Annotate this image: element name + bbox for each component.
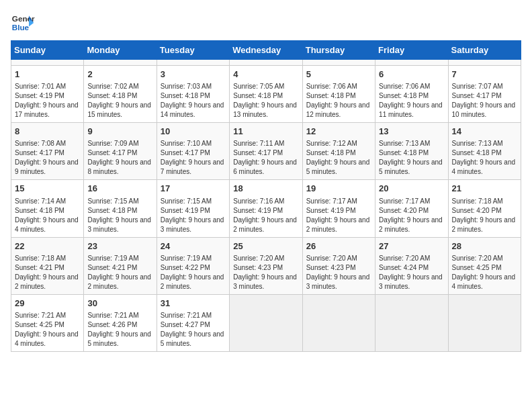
day-cell: 3 Sunrise: 7:03 AM Sunset: 4:18 PM Dayli…	[157, 66, 229, 123]
day-cell	[375, 60, 448, 66]
day-number: 1	[15, 68, 80, 81]
day-cell: 1 Sunrise: 7:01 AM Sunset: 4:19 PM Dayli…	[11, 66, 84, 123]
day-cell: 19 Sunrise: 7:17 AM Sunset: 4:19 PM Dayl…	[302, 180, 375, 237]
day-cell: 30 Sunrise: 7:21 AM Sunset: 4:26 PM Dayl…	[84, 294, 157, 351]
day-info: Sunrise: 7:17 AM Sunset: 4:20 PM Dayligh…	[379, 197, 444, 234]
day-info: Sunrise: 7:21 AM Sunset: 4:25 PM Dayligh…	[15, 311, 80, 349]
day-info: Sunrise: 7:07 AM Sunset: 4:17 PM Dayligh…	[452, 82, 517, 120]
day-number: 26	[306, 240, 371, 253]
day-number: 12	[306, 126, 371, 138]
day-number: 27	[379, 240, 444, 253]
day-number: 28	[452, 240, 517, 253]
logo-icon: General Blue	[11, 11, 35, 35]
day-cell: 13 Sunrise: 7:13 AM Sunset: 4:18 PM Dayl…	[375, 123, 448, 180]
day-info: Sunrise: 7:19 AM Sunset: 4:22 PM Dayligh…	[161, 254, 226, 291]
day-info: Sunrise: 7:15 AM Sunset: 4:19 PM Dayligh…	[161, 197, 226, 234]
day-info: Sunrise: 7:20 AM Sunset: 4:23 PM Dayligh…	[233, 254, 298, 291]
day-number: 24	[161, 240, 226, 253]
column-header-wednesday: Wednesday	[230, 41, 302, 60]
day-info: Sunrise: 7:18 AM Sunset: 4:20 PM Dayligh…	[452, 197, 517, 234]
day-cell: 23 Sunrise: 7:19 AM Sunset: 4:21 PM Dayl…	[84, 237, 157, 294]
day-cell: 22 Sunrise: 7:18 AM Sunset: 4:21 PM Dayl…	[11, 237, 84, 294]
day-cell	[11, 60, 84, 66]
day-info: Sunrise: 7:03 AM Sunset: 4:18 PM Dayligh…	[161, 82, 226, 120]
day-number: 7	[452, 68, 517, 81]
day-cell	[375, 294, 448, 351]
day-cell: 11 Sunrise: 7:11 AM Sunset: 4:17 PM Dayl…	[230, 123, 302, 180]
day-cell: 28 Sunrise: 7:20 AM Sunset: 4:25 PM Dayl…	[448, 237, 521, 294]
day-cell: 6 Sunrise: 7:06 AM Sunset: 4:18 PM Dayli…	[375, 66, 448, 123]
day-cell	[302, 294, 375, 351]
day-number: 20	[379, 183, 444, 195]
day-number: 31	[161, 298, 226, 310]
week-row-6: 29 Sunrise: 7:21 AM Sunset: 4:25 PM Dayl…	[11, 294, 521, 351]
day-number: 8	[15, 126, 80, 138]
day-cell: 10 Sunrise: 7:10 AM Sunset: 4:17 PM Dayl…	[157, 123, 229, 180]
week-row-4: 15 Sunrise: 7:14 AM Sunset: 4:18 PM Dayl…	[11, 180, 521, 237]
day-number: 11	[233, 126, 298, 138]
day-cell	[302, 60, 375, 66]
day-cell: 25 Sunrise: 7:20 AM Sunset: 4:23 PM Dayl…	[230, 237, 302, 294]
day-cell	[448, 294, 521, 351]
day-info: Sunrise: 7:16 AM Sunset: 4:19 PM Dayligh…	[233, 197, 298, 234]
day-cell: 18 Sunrise: 7:16 AM Sunset: 4:19 PM Dayl…	[230, 180, 302, 237]
day-number: 16	[87, 183, 152, 195]
day-info: Sunrise: 7:21 AM Sunset: 4:27 PM Dayligh…	[161, 311, 226, 349]
day-cell: 29 Sunrise: 7:21 AM Sunset: 4:25 PM Dayl…	[11, 294, 84, 351]
day-info: Sunrise: 7:08 AM Sunset: 4:17 PM Dayligh…	[15, 139, 80, 177]
day-number: 15	[15, 183, 80, 195]
column-header-friday: Friday	[375, 41, 448, 60]
day-info: Sunrise: 7:01 AM Sunset: 4:19 PM Dayligh…	[15, 82, 80, 120]
day-info: Sunrise: 7:06 AM Sunset: 4:18 PM Dayligh…	[379, 82, 444, 120]
day-number: 18	[233, 183, 298, 195]
day-cell: 27 Sunrise: 7:20 AM Sunset: 4:24 PM Dayl…	[375, 237, 448, 294]
day-cell	[84, 60, 157, 66]
calendar-table: SundayMondayTuesdayWednesdayThursdayFrid…	[11, 40, 521, 352]
day-info: Sunrise: 7:19 AM Sunset: 4:21 PM Dayligh…	[87, 254, 152, 291]
day-number: 30	[87, 298, 152, 310]
day-number: 21	[452, 183, 517, 195]
day-info: Sunrise: 7:02 AM Sunset: 4:18 PM Dayligh…	[87, 82, 152, 120]
day-cell: 12 Sunrise: 7:12 AM Sunset: 4:18 PM Dayl…	[302, 123, 375, 180]
day-cell: 26 Sunrise: 7:20 AM Sunset: 4:23 PM Dayl…	[302, 237, 375, 294]
day-number: 10	[161, 126, 226, 138]
day-number: 5	[306, 68, 371, 81]
column-header-monday: Monday	[84, 41, 157, 60]
day-info: Sunrise: 7:11 AM Sunset: 4:17 PM Dayligh…	[233, 139, 298, 177]
day-info: Sunrise: 7:13 AM Sunset: 4:18 PM Dayligh…	[379, 139, 444, 177]
day-info: Sunrise: 7:13 AM Sunset: 4:18 PM Dayligh…	[452, 139, 517, 177]
day-info: Sunrise: 7:21 AM Sunset: 4:26 PM Dayligh…	[87, 311, 152, 349]
day-info: Sunrise: 7:05 AM Sunset: 4:18 PM Dayligh…	[233, 82, 298, 120]
day-info: Sunrise: 7:20 AM Sunset: 4:23 PM Dayligh…	[306, 254, 371, 291]
day-number: 4	[233, 68, 298, 81]
logo: General Blue	[11, 11, 35, 35]
day-cell: 7 Sunrise: 7:07 AM Sunset: 4:17 PM Dayli…	[448, 66, 521, 123]
day-info: Sunrise: 7:09 AM Sunset: 4:17 PM Dayligh…	[87, 139, 152, 177]
day-cell	[448, 60, 521, 66]
day-cell: 17 Sunrise: 7:15 AM Sunset: 4:19 PM Dayl…	[157, 180, 229, 237]
day-cell: 31 Sunrise: 7:21 AM Sunset: 4:27 PM Dayl…	[157, 294, 229, 351]
day-cell: 20 Sunrise: 7:17 AM Sunset: 4:20 PM Dayl…	[375, 180, 448, 237]
column-header-saturday: Saturday	[448, 41, 521, 60]
day-info: Sunrise: 7:14 AM Sunset: 4:18 PM Dayligh…	[15, 197, 80, 234]
page-header: General Blue	[11, 11, 521, 35]
day-info: Sunrise: 7:17 AM Sunset: 4:19 PM Dayligh…	[306, 197, 371, 234]
week-row-5: 22 Sunrise: 7:18 AM Sunset: 4:21 PM Dayl…	[11, 237, 521, 294]
day-number: 29	[15, 298, 80, 310]
week-row-1	[11, 60, 521, 66]
day-info: Sunrise: 7:06 AM Sunset: 4:18 PM Dayligh…	[306, 82, 371, 120]
day-number: 19	[306, 183, 371, 195]
day-info: Sunrise: 7:15 AM Sunset: 4:18 PM Dayligh…	[87, 197, 152, 234]
day-number: 25	[233, 240, 298, 253]
day-cell: 2 Sunrise: 7:02 AM Sunset: 4:18 PM Dayli…	[84, 66, 157, 123]
day-cell: 21 Sunrise: 7:18 AM Sunset: 4:20 PM Dayl…	[448, 180, 521, 237]
day-info: Sunrise: 7:10 AM Sunset: 4:17 PM Dayligh…	[161, 139, 226, 177]
day-number: 23	[87, 240, 152, 253]
day-number: 6	[379, 68, 444, 81]
day-number: 22	[15, 240, 80, 253]
day-info: Sunrise: 7:20 AM Sunset: 4:24 PM Dayligh…	[379, 254, 444, 291]
column-header-tuesday: Tuesday	[157, 41, 229, 60]
day-cell: 9 Sunrise: 7:09 AM Sunset: 4:17 PM Dayli…	[84, 123, 157, 180]
week-row-3: 8 Sunrise: 7:08 AM Sunset: 4:17 PM Dayli…	[11, 123, 521, 180]
day-cell: 4 Sunrise: 7:05 AM Sunset: 4:18 PM Dayli…	[230, 66, 302, 123]
